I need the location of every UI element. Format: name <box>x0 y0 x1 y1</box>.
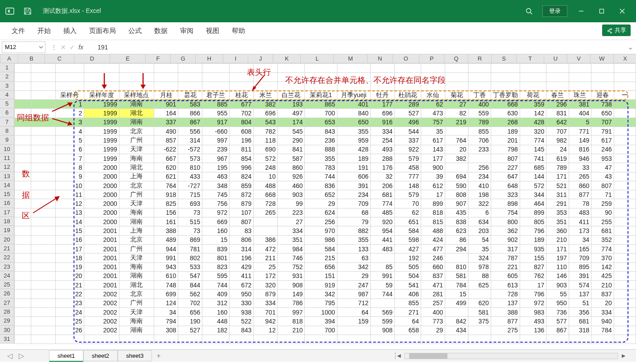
column-header[interactable]: S <box>492 54 517 63</box>
row-header[interactable]: 16 <box>0 199 14 208</box>
column-header[interactable]: T <box>517 54 544 63</box>
row-header[interactable]: 31 <box>0 335 14 344</box>
name-box-value: M12 <box>5 44 16 50</box>
share-button[interactable]: 共享 <box>602 25 631 36</box>
row-header[interactable]: 7 <box>0 118 14 127</box>
column-header[interactable]: A <box>0 54 18 63</box>
column-header[interactable]: K <box>273 54 301 63</box>
close-button[interactable] <box>612 0 632 22</box>
tab-data[interactable]: 数据 <box>148 23 174 39</box>
cells-area[interactable]: 采样号采样年度采样地点月桂昙花君子兰桂花米兰白兰花茉莉花1月季yueji牡丹杜鹃… <box>14 63 636 344</box>
column-header[interactable]: O <box>393 54 419 63</box>
row-header[interactable]: 10 <box>0 145 14 154</box>
row-header[interactable]: 13 <box>0 172 14 181</box>
row-header[interactable]: 9 <box>0 135 14 144</box>
cancel-formula-icon[interactable]: ✕ <box>61 44 66 51</box>
row-header[interactable]: 17 <box>0 208 14 217</box>
column-header[interactable]: C <box>45 54 74 63</box>
tab-insert[interactable]: 插入 <box>57 23 83 39</box>
scroll-left-button[interactable]: ◀ <box>395 352 402 360</box>
sheet-tab-1[interactable]: sheet1 <box>49 350 83 362</box>
excel-app-icon <box>4 5 16 17</box>
save-icon[interactable] <box>21 5 34 17</box>
row-header[interactable]: 25 <box>0 280 14 289</box>
row-header[interactable]: 19 <box>0 226 14 235</box>
column-header[interactable]: J <box>248 54 273 63</box>
row-header[interactable]: 27 <box>0 299 14 307</box>
row-header[interactable]: 4 <box>0 90 14 99</box>
column-header[interactable]: X <box>614 54 636 63</box>
row-header[interactable]: 20 <box>0 235 14 244</box>
row-header[interactable]: 8 <box>0 127 14 135</box>
column-header[interactable]: E <box>110 54 146 63</box>
row-header[interactable]: 1 <box>0 63 14 72</box>
tab-review[interactable]: 审阅 <box>174 23 200 39</box>
row-header[interactable]: 3 <box>0 82 14 90</box>
column-header[interactable]: M <box>334 54 368 63</box>
accept-formula-icon[interactable]: ✓ <box>70 44 75 51</box>
row-header[interactable]: 14 <box>0 181 14 190</box>
column-header[interactable]: B <box>18 54 45 63</box>
row-headers: 1234567891011121314151617181920212223242… <box>0 63 14 344</box>
tab-formula[interactable]: 公式 <box>122 23 148 39</box>
spreadsheet-grid: ABCDEFGHIJKLMNOPQRSTUVWX 123456789101112… <box>0 54 636 362</box>
column-header[interactable]: U <box>544 54 567 63</box>
svg-line-2 <box>530 12 532 14</box>
column-header[interactable]: L <box>301 54 334 63</box>
row-header[interactable]: 22 <box>0 253 14 262</box>
horizontal-scrollbar[interactable] <box>404 353 618 359</box>
login-button[interactable]: 登录 <box>542 5 567 17</box>
sheet-nav: ◁ ▷ <box>0 351 31 361</box>
row-header[interactable]: 6 <box>0 108 14 117</box>
titlebar: 测试数据.xlsx - Excel 登录 <box>0 0 636 22</box>
column-header[interactable]: W <box>591 54 614 63</box>
expand-formula-bar-icon[interactable]: ⌄ <box>624 43 636 51</box>
row-header[interactable]: 5 <box>0 99 14 108</box>
formula-controls: ⋮ ✕ ✓ fx <box>47 44 93 51</box>
sheet-tab-bar: ◁ ▷ sheet1 sheet2 sheet3 + ⋮ ◀ ▶ <box>0 349 636 362</box>
column-header[interactable]: R <box>468 54 492 63</box>
column-header[interactable]: P <box>419 54 444 63</box>
tab-home[interactable]: 开始 <box>31 23 57 39</box>
next-sheet-icon[interactable]: ▷ <box>16 351 27 361</box>
row-header[interactable]: 23 <box>0 262 14 271</box>
fx-icon[interactable]: fx <box>78 44 90 51</box>
tab-help[interactable]: 帮助 <box>226 23 251 39</box>
add-sheet-button[interactable]: + <box>152 350 165 362</box>
row-header[interactable]: 26 <box>0 289 14 298</box>
tab-view[interactable]: 视图 <box>200 23 226 39</box>
sheet-tab-3[interactable]: sheet3 <box>118 350 152 361</box>
column-header[interactable]: G <box>171 54 196 63</box>
row-header[interactable]: 18 <box>0 217 14 226</box>
scroll-right-button[interactable]: ▶ <box>620 352 627 360</box>
tab-file[interactable]: 文件 <box>5 23 31 39</box>
row-header[interactable]: 12 <box>0 163 14 172</box>
maximize-button[interactable] <box>591 0 612 22</box>
row-header[interactable]: 11 <box>0 154 14 163</box>
column-header[interactable]: Q <box>444 54 468 63</box>
row-header[interactable]: 2 <box>0 72 14 81</box>
sheet-tab-2[interactable]: sheet2 <box>83 350 118 361</box>
formula-input[interactable]: 191 <box>93 44 624 51</box>
row-header[interactable]: 30 <box>0 326 14 335</box>
row-header[interactable]: 24 <box>0 271 14 280</box>
search-icon[interactable] <box>519 5 539 17</box>
prev-sheet-icon[interactable]: ◁ <box>4 351 15 361</box>
column-header[interactable]: D <box>74 54 110 63</box>
row-header[interactable]: 21 <box>0 244 14 253</box>
formula-bar: M12 ⋮ ✕ ✓ fx 191 ⌄ <box>0 40 636 54</box>
scroll-thumb[interactable] <box>409 353 447 359</box>
name-box[interactable]: M12 <box>2 41 45 53</box>
dropdown-icon[interactable]: ⋮ <box>51 44 57 51</box>
column-header[interactable]: F <box>146 54 171 63</box>
row-header[interactable]: 28 <box>0 307 14 316</box>
row-header[interactable]: 15 <box>0 190 14 199</box>
column-header[interactable]: N <box>368 54 393 63</box>
minimize-button[interactable] <box>571 0 591 22</box>
column-header[interactable]: V <box>567 54 591 63</box>
column-header[interactable]: I <box>223 54 248 63</box>
column-headers: ABCDEFGHIJKLMNOPQRSTUVWX <box>0 54 636 63</box>
column-header[interactable]: H <box>196 54 223 63</box>
row-header[interactable]: 29 <box>0 316 14 325</box>
tab-layout[interactable]: 页面布局 <box>83 23 122 39</box>
